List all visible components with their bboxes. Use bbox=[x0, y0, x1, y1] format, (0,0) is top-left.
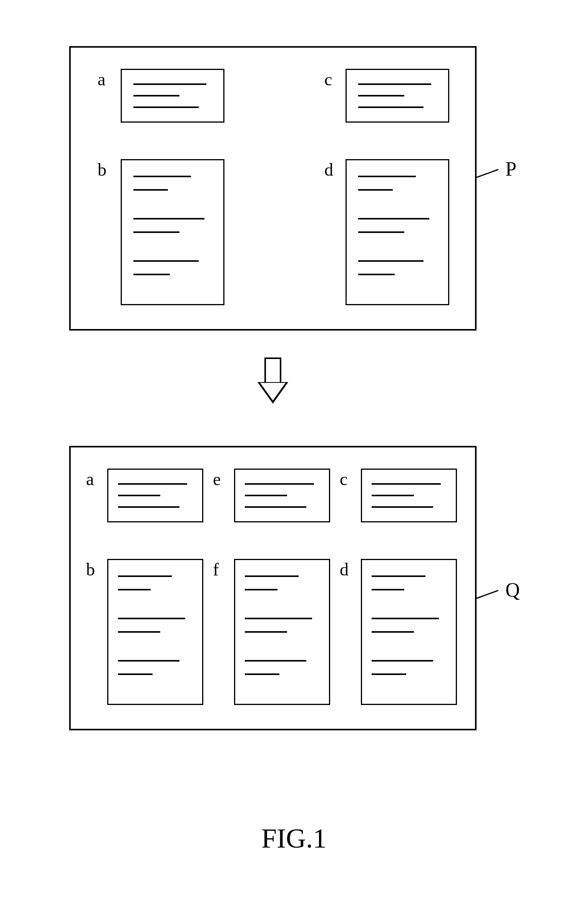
card-label-a: a bbox=[86, 470, 94, 488]
text-line bbox=[245, 483, 314, 485]
card-label-c: c bbox=[324, 71, 332, 88]
card-c bbox=[345, 69, 449, 123]
text-line bbox=[118, 495, 160, 496]
text-line bbox=[358, 260, 424, 262]
card-a bbox=[107, 469, 203, 522]
text-line bbox=[133, 231, 179, 233]
card-label-d: d bbox=[324, 161, 333, 179]
card-e bbox=[234, 469, 330, 522]
card-b bbox=[121, 159, 224, 305]
external-label-p: P bbox=[505, 158, 517, 180]
leader-line-p bbox=[477, 165, 507, 188]
text-line bbox=[133, 95, 179, 96]
text-line bbox=[358, 231, 404, 233]
panel-q: a e c b f bbox=[69, 446, 477, 730]
text-line bbox=[118, 575, 172, 577]
text-line bbox=[245, 589, 277, 590]
card-label-d: d bbox=[340, 561, 349, 579]
card-a bbox=[121, 69, 224, 123]
card-label-f: f bbox=[213, 561, 219, 579]
text-line bbox=[372, 575, 425, 577]
text-line bbox=[245, 631, 287, 633]
text-line bbox=[372, 495, 414, 496]
card-label-b: b bbox=[86, 561, 95, 579]
card-label-c: c bbox=[340, 470, 347, 488]
card-b bbox=[107, 559, 203, 705]
external-label-q: Q bbox=[505, 579, 520, 601]
text-line bbox=[358, 83, 431, 85]
text-line bbox=[118, 506, 179, 508]
text-line bbox=[372, 673, 406, 675]
text-line bbox=[133, 106, 199, 108]
text-line bbox=[358, 106, 424, 108]
text-line bbox=[372, 589, 404, 590]
text-line bbox=[245, 575, 299, 577]
figure-page: a c b d bbox=[0, 0, 588, 916]
text-line bbox=[133, 274, 170, 275]
card-c bbox=[361, 469, 457, 522]
text-line bbox=[133, 176, 191, 177]
text-line bbox=[372, 631, 414, 633]
text-line bbox=[358, 95, 404, 96]
panel-p: a c b d bbox=[69, 46, 477, 331]
text-line bbox=[245, 506, 306, 508]
card-f bbox=[234, 559, 330, 705]
text-line bbox=[118, 618, 185, 619]
text-line bbox=[118, 673, 153, 675]
text-line bbox=[372, 506, 433, 508]
text-line bbox=[372, 618, 439, 619]
text-line bbox=[118, 589, 151, 590]
figure-title: FIG.1 bbox=[0, 823, 588, 854]
text-line bbox=[133, 83, 206, 85]
card-d bbox=[361, 559, 457, 705]
text-line bbox=[245, 673, 279, 675]
text-line bbox=[118, 660, 179, 662]
text-line bbox=[118, 483, 187, 485]
text-line bbox=[245, 618, 312, 619]
text-line bbox=[245, 660, 306, 662]
card-label-b: b bbox=[98, 161, 106, 179]
text-line bbox=[358, 218, 429, 219]
card-d bbox=[345, 159, 449, 305]
text-line bbox=[133, 260, 199, 262]
text-line bbox=[358, 176, 416, 177]
card-label-a: a bbox=[98, 71, 105, 88]
text-line bbox=[358, 189, 393, 191]
card-label-e: e bbox=[213, 470, 221, 488]
text-line bbox=[133, 218, 204, 219]
leader-line-q bbox=[477, 586, 507, 609]
text-line bbox=[245, 495, 287, 496]
text-line bbox=[118, 631, 160, 633]
text-line bbox=[358, 274, 395, 275]
text-line bbox=[372, 483, 441, 485]
text-line bbox=[372, 660, 433, 662]
text-line bbox=[133, 189, 168, 191]
